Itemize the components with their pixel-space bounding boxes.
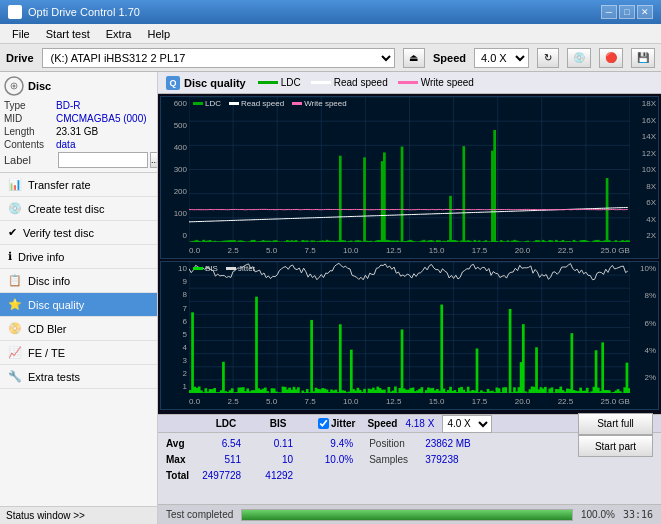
type-label: Type bbox=[4, 100, 56, 111]
position-row: Position 23862 MB bbox=[369, 435, 471, 451]
ldc-max-value: 511 bbox=[193, 451, 241, 467]
bis-max-value: 10 bbox=[249, 451, 293, 467]
disc-mid-row: MID CMCMAGBA5 (000) bbox=[4, 113, 153, 124]
ldc-legend-overlay: LDC Read speed Write speed bbox=[193, 99, 347, 108]
fe-te-icon: 📈 bbox=[8, 346, 22, 359]
refresh-button[interactable]: ↻ bbox=[537, 48, 559, 68]
sidebar-item-create-test-disc[interactable]: 💿 Create test disc bbox=[0, 197, 157, 221]
cd-bler-label: CD Bler bbox=[28, 323, 67, 335]
create-test-disc-icon: 💿 bbox=[8, 202, 22, 215]
drive-select[interactable]: (K:) ATAPI iHBS312 2 PL17 bbox=[42, 48, 395, 68]
bis-col-header: BIS bbox=[254, 418, 302, 429]
speed-col-dropdown[interactable]: 4.0 X bbox=[442, 415, 492, 433]
sidebar-item-extra-tests[interactable]: 🔧 Extra tests bbox=[0, 365, 157, 389]
bis-avg-value: 0.11 bbox=[249, 435, 293, 451]
sidebar-item-drive-info[interactable]: ℹ Drive info bbox=[0, 245, 157, 269]
ldc-total-value: 2497728 bbox=[193, 467, 241, 483]
start-part-button[interactable]: Start part bbox=[578, 435, 653, 457]
ldc-legend-label: LDC bbox=[281, 77, 301, 88]
speed-select[interactable]: 4.0 X bbox=[474, 48, 529, 68]
bis-x-axis: 0.0 2.5 5.0 7.5 10.0 12.5 15.0 17.5 20.0… bbox=[189, 393, 630, 409]
type-value: BD-R bbox=[56, 100, 80, 111]
maximize-button[interactable]: □ bbox=[619, 5, 635, 19]
chart-header-title: Disc quality bbox=[184, 77, 246, 89]
jitter-label-item: Jitter bbox=[226, 264, 255, 273]
minimize-button[interactable]: ─ bbox=[601, 5, 617, 19]
charts-container: 600 500 400 300 200 100 0 18X 16X 14X 12… bbox=[158, 94, 661, 414]
progress-bar bbox=[241, 509, 573, 521]
label-browse-button[interactable]: ... bbox=[150, 152, 158, 168]
title-bar-left: Opti Drive Control 1.70 bbox=[8, 5, 140, 19]
bis-legend-overlay: BIS Jitter bbox=[193, 264, 255, 273]
status-window-label: Status window >> bbox=[6, 510, 85, 521]
menu-start-test[interactable]: Start test bbox=[38, 26, 98, 42]
sidebar-item-disc-quality[interactable]: ⭐ Disc quality bbox=[0, 293, 157, 317]
length-value: 23.31 GB bbox=[56, 126, 98, 137]
ldc-col-header: LDC bbox=[202, 418, 250, 429]
window-controls: ─ □ ✕ bbox=[601, 5, 653, 19]
write-color-swatch bbox=[292, 102, 302, 105]
contents-label: Contents bbox=[4, 139, 56, 150]
chart-legend-header: LDC Read speed Write speed bbox=[258, 77, 474, 88]
start-part-btn-container: Start part bbox=[578, 435, 653, 457]
fe-te-label: FE / TE bbox=[28, 347, 65, 359]
sidebar-item-verify-test-disc[interactable]: ✔ Verify test disc bbox=[0, 221, 157, 245]
start-full-button[interactable]: Start full bbox=[578, 413, 653, 435]
disc-info-icon: 📋 bbox=[8, 274, 22, 287]
mid-value: CMCMAGBA5 (000) bbox=[56, 113, 147, 124]
sidebar-item-fe-te[interactable]: 📈 FE / TE bbox=[0, 341, 157, 365]
disc-label-key: Label bbox=[4, 154, 56, 166]
disc-label-input[interactable] bbox=[58, 152, 148, 168]
nav-items: 📊 Transfer rate 💿 Create test disc ✔ Ver… bbox=[0, 173, 157, 506]
drive-bar: Drive (K:) ATAPI iHBS312 2 PL17 ⏏ Speed … bbox=[0, 44, 661, 72]
menu-file[interactable]: File bbox=[4, 26, 38, 42]
stats-data-area: Avg Max Total 6.54 511 2497728 0.11 bbox=[158, 433, 661, 504]
time-display: 33:16 bbox=[623, 509, 653, 520]
jitter-avg-value: 9.4% bbox=[309, 435, 353, 451]
ldc-x-axis: 0.0 2.5 5.0 7.5 10.0 12.5 15.0 17.5 20.0… bbox=[189, 242, 630, 258]
write-speed-legend-item: Write speed bbox=[292, 99, 347, 108]
extra-tests-icon: 🔧 bbox=[8, 370, 22, 383]
menu-help[interactable]: Help bbox=[139, 26, 178, 42]
disc-quality-header-icon: Q bbox=[166, 76, 180, 90]
max-row-label: Max bbox=[166, 451, 189, 467]
status-window-button[interactable]: Status window >> bbox=[0, 506, 157, 524]
jitter-total-placeholder bbox=[309, 467, 353, 483]
ldc-chart-canvas bbox=[189, 97, 630, 242]
read-speed-legend-label: Read speed bbox=[334, 77, 388, 88]
disc-info-label: Disc info bbox=[28, 275, 70, 287]
write-speed-legend-color bbox=[398, 81, 418, 84]
verify-test-disc-icon: ✔ bbox=[8, 226, 17, 239]
legend-ldc: LDC bbox=[258, 77, 301, 88]
write-speed-legend-label: Write speed bbox=[421, 77, 474, 88]
disc-contents-row: Contents data bbox=[4, 139, 153, 150]
bis-swatch bbox=[193, 267, 203, 270]
bis-label-text: BIS bbox=[205, 264, 218, 273]
close-button[interactable]: ✕ bbox=[637, 5, 653, 19]
verify-test-disc-label: Verify test disc bbox=[23, 227, 94, 239]
sidebar-item-transfer-rate[interactable]: 📊 Transfer rate bbox=[0, 173, 157, 197]
disc-quality-label: Disc quality bbox=[28, 299, 84, 311]
ldc-color-swatch bbox=[193, 102, 203, 105]
samples-label: Samples bbox=[369, 454, 421, 465]
burn-button[interactable]: 🔴 bbox=[599, 48, 623, 68]
ldc-stats: 6.54 511 2497728 bbox=[193, 435, 241, 483]
bottom-status-bar: Test completed 100.0% 33:16 bbox=[158, 504, 661, 524]
sidebar-item-disc-info[interactable]: 📋 Disc info bbox=[0, 269, 157, 293]
menu-bar: File Start test Extra Help bbox=[0, 24, 661, 44]
chart-header: Q Disc quality LDC Read speed Write spee… bbox=[158, 72, 661, 94]
disc-button[interactable]: 💿 bbox=[567, 48, 591, 68]
bis-y-axis-left: 10 9 8 7 6 5 4 3 2 1 bbox=[161, 262, 189, 393]
stats-labels: Avg Max Total bbox=[166, 435, 189, 483]
drive-eject-button[interactable]: ⏏ bbox=[403, 48, 425, 68]
samples-value: 379238 bbox=[425, 454, 458, 465]
main-area: Disc Type BD-R MID CMCMAGBA5 (000) Lengt… bbox=[0, 72, 661, 524]
save-button[interactable]: 💾 bbox=[631, 48, 655, 68]
menu-extra[interactable]: Extra bbox=[98, 26, 140, 42]
jitter-checkbox-container: Jitter bbox=[318, 418, 355, 429]
sidebar-item-cd-bler[interactable]: 📀 CD Bler bbox=[0, 317, 157, 341]
bis-y-axis-right: 10% 8% 6% 4% 2% bbox=[630, 262, 658, 393]
stats-header-row: LDC BIS Jitter Speed 4.18 X 4.0 X Start … bbox=[158, 415, 661, 433]
bis-stats: 0.11 10 41292 bbox=[249, 435, 293, 483]
jitter-checkbox[interactable] bbox=[318, 418, 329, 429]
